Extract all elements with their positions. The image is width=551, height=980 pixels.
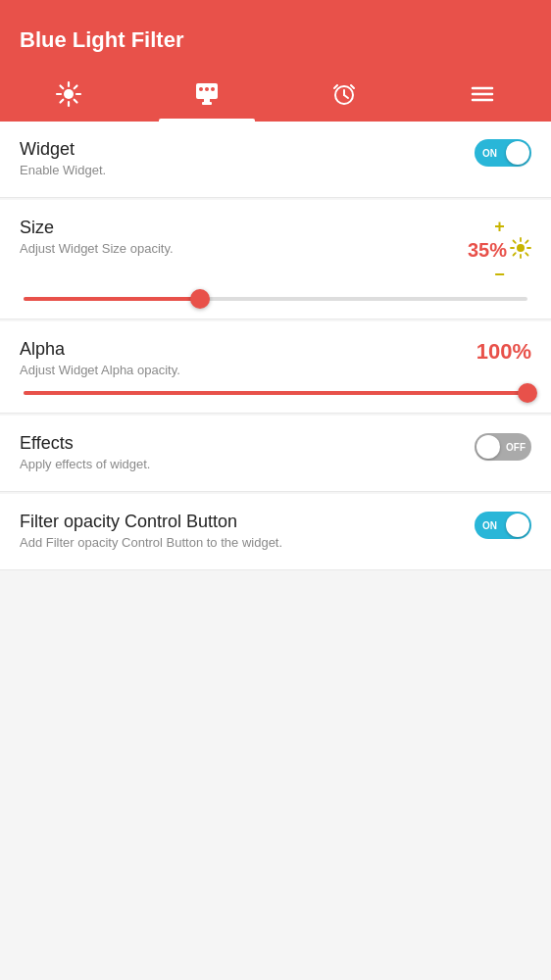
size-sun-icon [510,237,531,264]
alpha-slider-fill [24,391,527,395]
hamburger-icon [469,80,496,112]
effects-toggle[interactable]: OFF [475,433,531,461]
brightness-icon [55,80,82,112]
svg-line-17 [344,95,348,98]
widget-section: Widget Enable Widget. ON [0,122,551,198]
tab-filter[interactable] [138,69,276,122]
effects-section: Effects Apply effects of widget. OFF [0,416,551,492]
size-slider-track[interactable] [24,297,527,301]
filter-control-left: Filter opacity Control Button Add Filter… [20,512,463,550]
filter-icon [193,80,221,112]
svg-line-28 [514,241,516,243]
widget-header: Widget Enable Widget. ON [20,139,531,177]
svg-line-31 [514,253,516,255]
alpha-slider-thumb[interactable] [518,383,537,403]
filter-control-toggle-label: ON [482,520,497,531]
svg-line-8 [61,100,64,103]
widget-right: ON [475,139,531,167]
size-slider-thumb[interactable] [190,289,210,309]
size-subtitle: Adjust Widget Size opacity. [20,241,456,256]
alpha-section: Alpha Adjust Widget Alpha opacity. 100% [0,321,551,414]
widget-title: Widget [20,139,463,160]
filter-control-toggle[interactable]: ON [475,512,531,539]
svg-point-0 [64,89,74,99]
size-header: Size Adjust Widget Size opacity. + 35% [20,218,531,283]
filter-control-title: Filter opacity Control Button [20,512,463,532]
size-value-container: + 35% [468,218,531,283]
effects-toggle-label: OFF [506,442,526,453]
svg-line-30 [526,241,527,243]
size-plus-icon[interactable]: + [494,218,505,235]
widget-left: Widget Enable Widget. [20,139,463,177]
svg-rect-10 [202,102,212,105]
size-left: Size Adjust Widget Size opacity. [20,218,456,256]
size-minus-icon[interactable]: − [494,266,505,283]
widget-toggle-thumb [506,141,529,165]
effects-toggle-thumb [476,435,500,459]
size-title: Size [20,218,456,238]
size-right: + 35% [468,218,531,283]
tab-menu[interactable] [414,69,552,122]
size-slider-container [20,297,531,301]
size-slider-fill [24,297,200,301]
alpha-value: 100% [476,339,531,365]
content: Widget Enable Widget. ON Size Adjust Wid… [0,122,551,570]
alarm-icon [330,80,358,112]
widget-subtitle: Enable Widget. [20,163,463,177]
widget-toggle[interactable]: ON [475,139,531,167]
svg-line-18 [334,85,337,88]
effects-left: Effects Apply effects of widget. [20,433,463,471]
tab-bar [0,69,551,122]
svg-point-23 [517,244,525,252]
svg-line-29 [526,253,527,255]
effects-right: OFF [475,433,531,461]
svg-point-12 [199,87,203,91]
alpha-header: Alpha Adjust Widget Alpha opacity. 100% [20,339,531,377]
tab-alarm[interactable] [276,69,414,122]
svg-rect-11 [204,99,210,102]
alpha-subtitle: Adjust Widget Alpha opacity. [20,363,465,377]
svg-line-19 [351,85,354,88]
widget-toggle-label: ON [482,148,497,159]
app-title: Blue Light Filter [0,0,551,69]
alpha-left: Alpha Adjust Widget Alpha opacity. [20,339,465,377]
alpha-slider-container [20,391,531,395]
svg-line-6 [75,100,77,103]
filter-control-header: Filter opacity Control Button Add Filter… [20,512,531,550]
effects-title: Effects [20,433,463,454]
svg-point-13 [205,87,209,91]
svg-line-5 [61,86,64,89]
effects-subtitle: Apply effects of widget. [20,457,463,471]
alpha-title: Alpha [20,339,465,360]
tab-brightness[interactable] [0,69,138,122]
alpha-right: 100% [476,339,531,365]
svg-line-7 [75,86,77,89]
filter-control-right: ON [475,512,531,539]
svg-point-14 [211,87,215,91]
effects-header: Effects Apply effects of widget. OFF [20,433,531,471]
header: Blue Light Filter [0,0,551,122]
alpha-slider-track[interactable] [24,391,527,395]
size-section: Size Adjust Widget Size opacity. + 35% [0,200,551,319]
filter-control-section: Filter opacity Control Button Add Filter… [0,494,551,570]
filter-control-subtitle: Add Filter opacity Control Button to the… [20,535,463,550]
filter-control-toggle-thumb [506,514,529,537]
size-value: 35% [468,239,507,262]
